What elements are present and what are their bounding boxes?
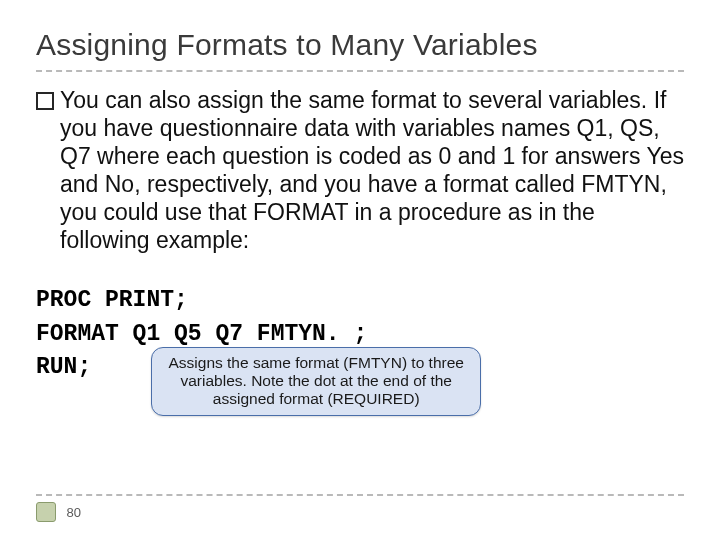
code-block: PROC PRINT; FORMAT Q1 Q5 Q7 FMTYN. ; RUN… (36, 284, 684, 416)
footer-decoration-icon (36, 502, 56, 522)
slide-footer: 80 (36, 494, 684, 522)
callout-box: Assigns the same format (FMTYN) to three… (151, 347, 481, 416)
bullet-square-icon (36, 92, 54, 110)
slide: Assigning Formats to Many Variables You … (0, 0, 720, 540)
page-number: 80 (66, 505, 80, 520)
body-paragraph: You can also assign the same format to s… (36, 86, 684, 254)
body-text: You can also assign the same format to s… (60, 86, 684, 254)
code-line-1: PROC PRINT; (36, 284, 684, 317)
code-line-2: FORMAT Q1 Q5 Q7 FMTYN. ; (36, 318, 684, 351)
code-line-3: RUN; (36, 351, 91, 384)
callout-text: Assigns the same format (FMTYN) to three… (162, 354, 470, 407)
slide-title: Assigning Formats to Many Variables (36, 28, 684, 72)
